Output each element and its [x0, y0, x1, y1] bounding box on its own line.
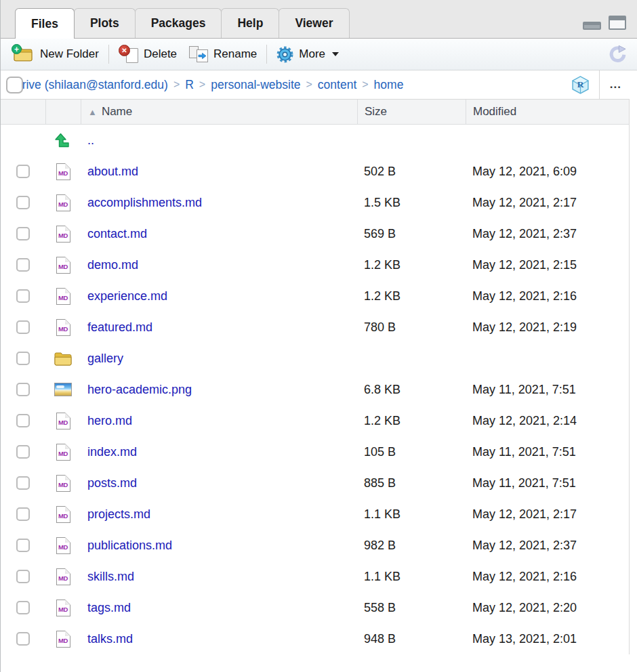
file-size: 780 B — [357, 312, 466, 343]
tab-plots[interactable]: Plots — [74, 8, 136, 38]
md-icon: MD — [56, 631, 70, 648]
file-name-link[interactable]: hero-academic.png — [81, 383, 192, 397]
tab-viewer[interactable]: Viewer — [279, 8, 349, 38]
new-folder-button[interactable]: + New Folder — [7, 43, 105, 65]
row-checkbox[interactable] — [16, 570, 30, 583]
md-icon: MD — [56, 600, 70, 616]
more-button[interactable]: More — [270, 43, 345, 66]
new-folder-icon: + — [14, 46, 35, 62]
row-checkbox[interactable] — [16, 414, 30, 427]
row-checkbox[interactable] — [16, 352, 30, 365]
header-modified-column[interactable]: Modified — [466, 100, 629, 124]
maximize-icon[interactable] — [609, 16, 626, 30]
file-name-link[interactable]: accomplishments.md — [81, 196, 202, 210]
file-name-link[interactable]: .. — [81, 133, 94, 148]
rename-button[interactable]: Rename — [183, 43, 263, 65]
files-pane: Files Plots Packages Help Viewer + New F… — [0, 0, 637, 672]
table-row: MD featured.md 780 B May 12, 2021, 2:19 — [1, 312, 629, 343]
breadcrumb-segment-content[interactable]: content — [318, 78, 356, 92]
row-checkbox[interactable] — [16, 320, 30, 334]
files-toolbar: + New Folder ✕ Delete Renam — [1, 39, 637, 70]
row-checkbox[interactable] — [16, 165, 30, 178]
row-checkbox[interactable] — [16, 383, 30, 396]
row-checkbox[interactable] — [16, 507, 30, 521]
row-checkbox[interactable] — [16, 196, 30, 209]
row-checkbox[interactable] — [16, 258, 30, 272]
file-name-link[interactable]: hero.md — [81, 414, 132, 428]
svg-text:R: R — [577, 79, 583, 89]
file-modified: May 12, 2021, 2:16 — [466, 561, 629, 592]
file-size: 1.5 KB — [357, 187, 466, 218]
r-project-cube-icon[interactable]: R — [571, 75, 590, 95]
tab-help-label: Help — [237, 16, 263, 30]
file-size: 1.2 KB — [357, 405, 466, 436]
tab-packages[interactable]: Packages — [135, 8, 222, 38]
file-name-link[interactable]: about.md — [81, 165, 138, 179]
breadcrumb-segment-home[interactable]: home — [374, 78, 404, 92]
breadcrumb-segment-r[interactable]: R — [185, 78, 194, 92]
refresh-button[interactable] — [605, 43, 630, 66]
header-checkbox-column — [1, 100, 45, 124]
refresh-icon — [608, 45, 628, 64]
breadcrumb-segment-personal-website[interactable]: personal-website — [211, 78, 300, 92]
file-name-link[interactable]: skills.md — [81, 570, 134, 584]
file-modified: May 12, 2021, 2:14 — [466, 405, 629, 436]
file-size: 558 B — [357, 592, 466, 623]
file-name-link[interactable]: gallery — [81, 352, 123, 366]
file-modified: May 12, 2021, 6:09 — [466, 156, 629, 187]
file-name-link[interactable]: talks.md — [81, 632, 133, 646]
path-breadcrumb: Drive (shilaan@stanford.edu) > R > perso… — [1, 70, 630, 100]
minimize-icon[interactable] — [583, 22, 601, 30]
file-modified: May 12, 2021, 2:37 — [466, 218, 629, 249]
select-all-checkbox[interactable] — [6, 77, 23, 93]
md-icon: MD — [56, 475, 70, 492]
tab-help[interactable]: Help — [221, 8, 279, 38]
row-checkbox[interactable] — [16, 476, 30, 490]
file-name-link[interactable]: index.md — [81, 445, 137, 459]
row-checkbox[interactable] — [16, 289, 30, 303]
md-icon: MD — [56, 288, 70, 305]
file-size: 1.2 KB — [357, 280, 466, 312]
row-checkbox[interactable] — [16, 445, 30, 459]
delete-label: Delete — [144, 47, 177, 61]
file-modified: May 12, 2021, 2:17 — [466, 187, 629, 218]
tab-files[interactable]: Files — [15, 8, 75, 39]
file-name-link[interactable]: demo.md — [81, 258, 138, 272]
file-modified: May 11, 2021, 7:51 — [466, 467, 629, 499]
breadcrumb-root[interactable]: Drive (shilaan@stanford.edu) — [14, 78, 168, 92]
file-modified: May 11, 2021, 7:51 — [466, 374, 629, 405]
rename-icon — [189, 46, 208, 62]
breadcrumb-overflow-button[interactable]: ... — [606, 78, 625, 91]
tab-plots-label: Plots — [90, 16, 119, 30]
file-modified: May 11, 2021, 7:51 — [466, 436, 629, 467]
file-name-link[interactable]: contact.md — [81, 227, 147, 241]
file-name-link[interactable]: posts.md — [81, 476, 137, 490]
breadcrumb-divider — [599, 70, 600, 99]
row-checkbox[interactable] — [16, 601, 30, 614]
delete-button[interactable]: ✕ Delete — [112, 43, 183, 66]
breadcrumb-chevron-icon: > — [199, 79, 205, 91]
chevron-down-icon — [332, 52, 339, 56]
file-name-link[interactable]: publications.md — [81, 539, 172, 553]
row-checkbox[interactable] — [16, 632, 30, 646]
row-checkbox[interactable] — [16, 539, 30, 552]
file-name-link[interactable]: tags.md — [81, 601, 131, 615]
header-name-label: Name — [102, 105, 132, 119]
file-size: 1.1 KB — [357, 561, 466, 592]
file-name-link[interactable]: featured.md — [81, 320, 152, 335]
table-row: MD about.md 502 B May 12, 2021, 6:09 — [1, 156, 629, 187]
header-name-column[interactable]: ▲ Name — [81, 100, 357, 124]
header-size-column[interactable]: Size — [357, 100, 466, 124]
file-modified: May 13, 2021, 2:01 — [466, 623, 629, 654]
table-row: MD demo.md 1.2 KB May 12, 2021, 2:15 — [1, 249, 629, 280]
file-name-link[interactable]: experience.md — [81, 289, 167, 303]
md-icon: MD — [56, 319, 70, 336]
table-row: gallery — [1, 343, 629, 374]
file-modified: May 12, 2021, 2:37 — [466, 530, 629, 561]
file-name-link[interactable]: projects.md — [81, 507, 150, 522]
file-rows: .. MD about.md 502 B May 12, 2021, 6:09 … — [1, 125, 630, 654]
md-icon: MD — [56, 444, 70, 461]
table-row: MD publications.md 982 B May 12, 2021, 2… — [1, 530, 629, 561]
file-modified: May 12, 2021, 2:17 — [466, 499, 629, 530]
row-checkbox[interactable] — [16, 227, 30, 240]
